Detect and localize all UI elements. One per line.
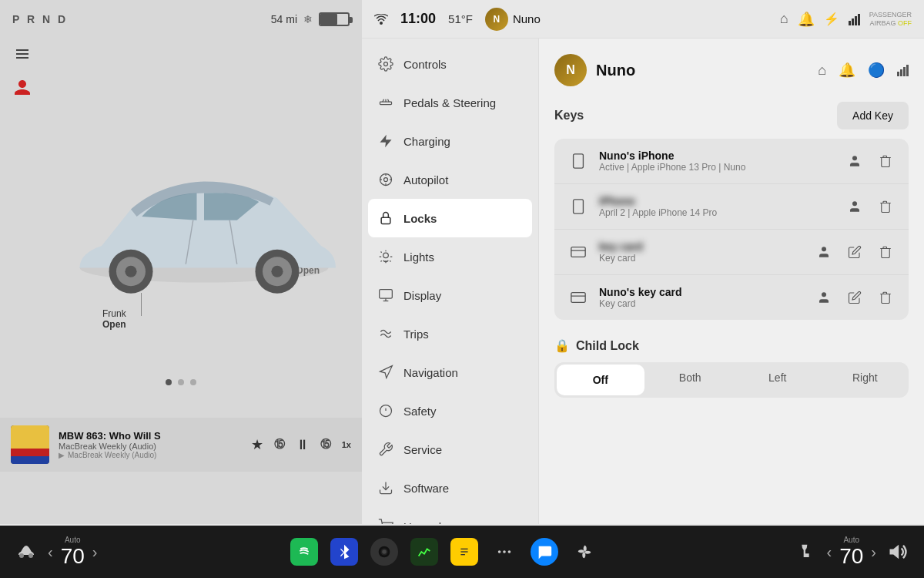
key-delete-keycard2[interactable] — [875, 287, 896, 308]
key-person-keycard1[interactable] — [813, 241, 835, 263]
add-key-button[interactable]: Add Key — [837, 102, 909, 129]
temp-left-label: Auto — [61, 536, 85, 544]
nav-label-upgrades: Upgrades — [403, 520, 454, 525]
messages-taskbar[interactable] — [531, 538, 558, 566]
temp-right-down[interactable]: ‹ — [827, 543, 832, 561]
child-lock-option-off[interactable]: Off — [557, 365, 644, 395]
seat-icon[interactable] — [792, 538, 819, 566]
status-user: N Nuno — [485, 8, 541, 31]
favorite-button[interactable]: ★ — [251, 436, 263, 453]
battery-icon — [319, 12, 350, 26]
playback-speed[interactable]: 1x — [342, 440, 351, 449]
car-visual: Frunk Open Trunk Open 🔓 — [42, 100, 335, 347]
key-delete-iphone2[interactable] — [875, 196, 896, 217]
nav-item-controls[interactable]: Controls — [362, 45, 538, 83]
nav-item-software[interactable]: Software — [362, 469, 538, 507]
dot-3[interactable] — [190, 379, 196, 385]
key-actions-keycard2 — [813, 287, 896, 308]
child-lock-option-left[interactable]: Left — [734, 362, 822, 398]
nav-item-lights[interactable]: Lights — [362, 237, 538, 276]
key-person-iphone2[interactable] — [844, 196, 865, 217]
frunk-state: Open — [102, 319, 126, 330]
child-lock-option-both[interactable]: Both — [647, 362, 735, 398]
bluetooth-icon[interactable]: ⚡ — [824, 12, 839, 26]
keys-title: Keys — [554, 109, 584, 123]
temp-right-label: Auto — [839, 536, 863, 544]
temp-right-up[interactable]: › — [871, 543, 876, 561]
child-lock-option-right[interactable]: Right — [822, 362, 909, 398]
svg-point-38 — [822, 247, 826, 251]
key-person-keycard2[interactable] — [813, 287, 835, 308]
person-icon[interactable] — [11, 76, 34, 99]
status-right: ⌂ 🔔 ⚡ PASSENGERAIRBAG OFF — [780, 11, 912, 28]
user-name-status: Nuno — [513, 12, 541, 25]
key-sub-nunoiphone: Active | Apple iPhone 13 Pro | Nuno — [599, 162, 835, 173]
music-controls: ★ ⑮ ⏸ ⑮ 1x — [251, 436, 351, 453]
bluetooth-taskbar[interactable] — [330, 538, 358, 566]
music-podcast: MacBreak Weekly (Audio) — [68, 451, 156, 459]
nav-item-charging[interactable]: Charging — [362, 122, 538, 160]
pause-button[interactable]: ⏸ — [296, 437, 310, 453]
side-icons — [11, 42, 34, 99]
key-delete-nunoiphone[interactable] — [875, 150, 896, 172]
key-actions-keycard1 — [813, 241, 896, 263]
bell-icon[interactable]: 🔔 — [798, 11, 815, 28]
nav-item-upgrades[interactable]: Upgrades — [362, 507, 538, 524]
status-time: 11:00 — [400, 11, 436, 27]
key-type-icon-nunoiphone — [567, 150, 590, 173]
nav-item-autopilot[interactable]: Autopilot — [362, 160, 538, 199]
left-panel: P R N D 54 mi ❄ Frunk Open Tr — [0, 0, 362, 524]
stocks-taskbar[interactable] — [410, 538, 438, 566]
range-block: 54 mi ❄ — [271, 12, 350, 26]
nav-label-charging: Charging — [403, 135, 450, 148]
music-bar: MBW 863: Who Will S MacBreak Weekly (Aud… — [0, 418, 362, 472]
user-avatar-small: N — [485, 8, 508, 31]
svg-rect-18 — [381, 217, 390, 223]
notes-taskbar[interactable] — [450, 538, 478, 566]
user-header: N Nuno ⌂ 🔔 🔵 — [554, 54, 909, 86]
svg-point-44 — [297, 545, 311, 559]
nav-icon-navigation — [377, 364, 394, 381]
home-icon[interactable]: ⌂ — [780, 11, 788, 27]
key-sub-keycard2: Key card — [599, 298, 804, 309]
media-icon[interactable] — [11, 42, 34, 66]
nav-item-pedals[interactable]: Pedals & Steering — [362, 83, 538, 122]
child-lock-title: Child Lock — [576, 339, 639, 353]
nav-label-safety: Safety — [403, 405, 437, 418]
more-apps-taskbar[interactable] — [490, 538, 518, 566]
main-panel: 11:00 51°F N Nuno ⌂ 🔔 ⚡ PASSENGERAIRBAG … — [362, 0, 924, 524]
nav-item-display[interactable]: Display — [362, 276, 538, 314]
content-area: ControlsPedals & SteeringChargingAutopil… — [362, 39, 924, 524]
nav-item-service[interactable]: Service — [362, 430, 538, 469]
nav-item-navigation[interactable]: Navigation — [362, 353, 538, 391]
fan-taskbar[interactable] — [571, 538, 598, 566]
svg-rect-36 — [571, 247, 585, 257]
key-edit-keycard2[interactable] — [844, 287, 865, 308]
nav-label-pedals: Pedals & Steering — [403, 96, 496, 109]
signal-main — [897, 64, 909, 76]
key-info-keycard1: key cardKey card — [599, 240, 804, 264]
skip-fwd-button[interactable]: ⑮ — [320, 438, 331, 452]
spotify-icon[interactable] — [290, 538, 318, 566]
car-icon-taskbar[interactable] — [12, 538, 40, 566]
bell-icon-main[interactable]: 🔔 — [839, 62, 855, 79]
dot-1[interactable] — [166, 379, 172, 385]
skip-back-button[interactable]: ⑮ — [274, 438, 285, 452]
user-avatar: N — [554, 54, 587, 86]
dot-2[interactable] — [178, 379, 184, 385]
nav-item-locks[interactable]: Locks — [368, 199, 532, 237]
volume-icon[interactable] — [884, 538, 912, 566]
camera-taskbar[interactable] — [370, 538, 398, 566]
taskbar-left: ‹ Auto 70 › — [12, 536, 98, 569]
nav-item-trips[interactable]: Trips — [362, 314, 538, 353]
key-edit-keycard1[interactable] — [844, 241, 865, 263]
nav-item-safety[interactable]: Safety — [362, 391, 538, 430]
bluetooth-icon-main[interactable]: 🔵 — [868, 62, 885, 79]
key-person-nunoiphone[interactable] — [844, 150, 865, 172]
key-delete-keycard1[interactable] — [875, 241, 896, 263]
temp-left-up[interactable]: › — [92, 543, 98, 561]
nav-icon-charging — [377, 133, 394, 150]
nav-label-trips: Trips — [403, 328, 429, 341]
home-icon-main[interactable]: ⌂ — [818, 62, 826, 79]
temp-left-down[interactable]: ‹ — [48, 543, 53, 561]
